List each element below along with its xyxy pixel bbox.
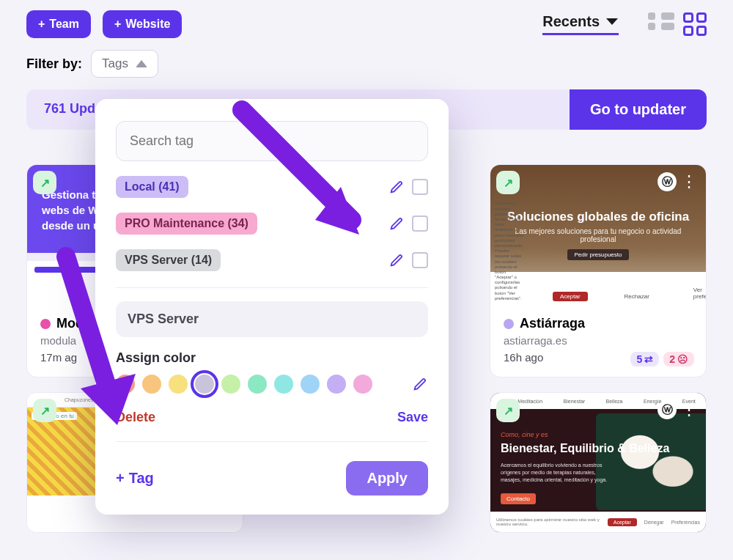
filter-tags-dropdown[interactable]: Tags: [91, 50, 158, 78]
tag-name-input[interactable]: [116, 301, 428, 337]
caret-down-icon: [605, 18, 619, 26]
tag-checkbox[interactable]: [412, 179, 428, 195]
pencil-icon[interactable]: [412, 376, 428, 392]
color-swatch[interactable]: [248, 375, 267, 394]
site-domain: astiarraga.es: [504, 334, 693, 347]
plus-icon: +: [38, 18, 45, 31]
website-card[interactable]: ↗ ⓦ ⋮ Soluciones globales de oficina Las…: [490, 164, 707, 377]
thumb-heading: Soluciones globales de oficina: [500, 210, 696, 224]
add-team-button[interactable]: +Team: [26, 10, 91, 38]
pencil-icon[interactable]: [388, 252, 405, 268]
wordpress-icon: ⓦ: [658, 172, 677, 191]
open-link-icon[interactable]: ↗: [33, 171, 56, 194]
color-swatch[interactable]: [301, 375, 320, 394]
tag-pill-pro[interactable]: PRO Maintenance (34): [116, 213, 257, 235]
view-list-icon[interactable]: [648, 12, 671, 36]
pencil-icon[interactable]: [388, 179, 405, 195]
add-tag-button[interactable]: +Tag: [116, 470, 154, 487]
color-swatch[interactable]: [353, 375, 372, 394]
color-swatch[interactable]: [142, 375, 161, 394]
status-dot: [504, 319, 514, 329]
tag-pill-vps[interactable]: VPS Server (14): [116, 249, 221, 271]
more-menu-icon[interactable]: ⋮: [681, 400, 697, 419]
go-to-updater-button[interactable]: Go to updater: [570, 89, 707, 130]
status-dot: [40, 319, 51, 329]
tag-pill-local[interactable]: Local (41): [116, 176, 188, 198]
tags-filter-popup: Local (41) PRO Maintenance (34) VPS Serv…: [95, 99, 449, 515]
caret-up-icon: [136, 60, 147, 67]
delete-tag-button[interactable]: Delete: [116, 410, 155, 425]
wordpress-icon: ⓦ: [658, 400, 677, 419]
apply-button[interactable]: Apply: [346, 461, 428, 495]
color-swatch[interactable]: [221, 375, 240, 394]
add-website-button[interactable]: +Website: [103, 10, 182, 38]
color-swatch[interactable]: [169, 375, 188, 394]
issue-chip: 2 ☹: [663, 352, 694, 366]
open-link-icon[interactable]: ↗: [33, 399, 56, 422]
view-grid-icon[interactable]: [683, 12, 707, 36]
save-tag-button[interactable]: Save: [397, 410, 428, 425]
color-swatch[interactable]: [274, 375, 293, 394]
color-swatch-selected[interactable]: [195, 375, 214, 394]
site-title: Modul: [56, 316, 95, 331]
tag-checkbox[interactable]: [412, 215, 428, 232]
sync-chip: 5 ⇄: [630, 352, 659, 366]
website-card[interactable]: ↗ ⓦ ⋮ Yoga y MeditaciónBienestarBellezaE…: [490, 392, 707, 533]
open-link-icon[interactable]: ↗: [496, 399, 520, 422]
color-swatch[interactable]: [116, 375, 135, 394]
plus-icon: +: [114, 18, 121, 31]
open-link-icon[interactable]: ↗: [496, 171, 520, 194]
tag-checkbox[interactable]: [412, 252, 428, 268]
assign-color-label: Assign color: [116, 350, 428, 366]
filter-label: Filter by:: [26, 56, 82, 72]
search-tag-input[interactable]: [116, 121, 428, 161]
color-swatch[interactable]: [327, 375, 346, 394]
pencil-icon[interactable]: [388, 215, 405, 232]
plus-icon: +: [116, 470, 125, 487]
more-menu-icon[interactable]: ⋮: [681, 172, 697, 191]
site-title: Astiárraga: [520, 316, 585, 331]
sort-recents-toggle[interactable]: Recents: [542, 13, 619, 35]
